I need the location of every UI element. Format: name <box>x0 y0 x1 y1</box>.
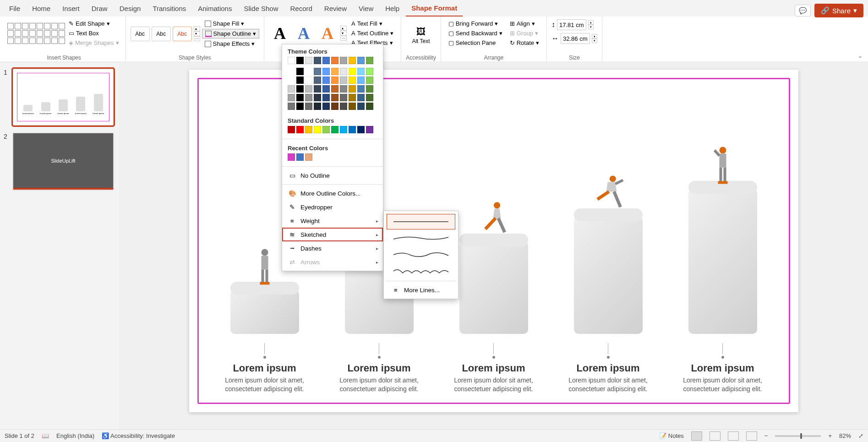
color-swatch[interactable] <box>296 85 304 93</box>
color-swatch[interactable] <box>296 126 304 133</box>
sketched-item[interactable]: ≋Sketched▸ <box>282 228 383 241</box>
gallery-down[interactable]: ▾ <box>194 31 200 36</box>
color-swatch[interactable] <box>288 103 295 110</box>
bring-forward-button[interactable]: ▢ Bring Forward ▾ <box>446 19 505 28</box>
width-input[interactable] <box>561 33 590 44</box>
color-swatch[interactable] <box>340 103 347 110</box>
color-swatch[interactable] <box>366 103 373 110</box>
color-swatch[interactable] <box>305 85 312 93</box>
text-box-button[interactable]: ▭ Text Box <box>67 29 121 38</box>
color-swatch[interactable] <box>305 68 312 75</box>
color-swatch[interactable] <box>357 57 365 64</box>
color-swatch[interactable] <box>305 126 312 133</box>
color-swatch[interactable] <box>305 103 312 110</box>
tab-home[interactable]: Home <box>27 1 56 16</box>
shape-fill-button[interactable]: Shape Fill ▾ <box>202 19 259 28</box>
dashes-item[interactable]: ┅Dashes▸ <box>282 241 383 255</box>
text-outline-button[interactable]: A Text Outline ▾ <box>349 29 396 38</box>
color-swatch[interactable] <box>340 68 347 75</box>
color-swatch[interactable] <box>322 94 330 101</box>
sketch-freehand[interactable] <box>387 247 455 262</box>
color-swatch[interactable] <box>331 126 338 133</box>
rotate-button[interactable]: ↻ Rotate ▾ <box>507 38 542 47</box>
normal-view-button[interactable] <box>691 431 702 441</box>
wa-up[interactable]: ▴ <box>340 26 347 31</box>
color-swatch[interactable] <box>349 76 356 84</box>
eyedropper-item[interactable]: ✎Eyedropper <box>282 200 383 214</box>
color-swatch[interactable] <box>357 76 365 84</box>
slide[interactable]: Lorem ipsum Lorem ipsum dolor sit amet, … <box>189 70 798 412</box>
alt-text-button[interactable]: Alt Text <box>412 38 430 44</box>
text-fill-button[interactable]: A Text Fill ▾ <box>349 19 396 28</box>
color-swatch[interactable] <box>288 76 295 84</box>
tab-animations[interactable]: Animations <box>192 1 237 16</box>
color-swatch[interactable] <box>288 94 295 101</box>
tab-shape-format[interactable]: Shape Format <box>406 0 463 16</box>
color-swatch[interactable] <box>366 85 373 93</box>
color-swatch[interactable] <box>322 126 330 133</box>
color-swatch[interactable] <box>357 103 365 110</box>
color-swatch[interactable] <box>296 103 304 110</box>
height-down[interactable]: ▾ <box>588 25 594 29</box>
color-swatch[interactable] <box>349 85 356 93</box>
shape-outline-button[interactable]: Shape Outline ▾ <box>202 29 259 38</box>
language[interactable]: English (India) <box>56 432 94 439</box>
reading-view-button[interactable] <box>728 431 739 441</box>
color-swatch[interactable] <box>305 153 312 161</box>
color-swatch[interactable] <box>340 94 347 101</box>
spellcheck-icon[interactable]: 📖 <box>42 432 49 439</box>
tab-insert[interactable]: Insert <box>57 1 85 16</box>
sketch-scribble[interactable] <box>387 263 455 279</box>
sorter-view-button[interactable] <box>710 431 721 441</box>
color-swatch[interactable] <box>314 126 321 133</box>
color-swatch[interactable] <box>322 85 330 93</box>
color-swatch[interactable] <box>322 68 330 75</box>
edit-shape-button[interactable]: ✎ Edit Shape ▾ <box>67 19 121 28</box>
wa-down[interactable]: ▾ <box>340 31 347 36</box>
align-button[interactable]: ⊞ Align ▾ <box>507 19 542 28</box>
tab-review[interactable]: Review <box>319 1 352 16</box>
no-outline-item[interactable]: ▭No Outline <box>282 169 383 182</box>
color-swatch[interactable] <box>357 85 365 93</box>
color-swatch[interactable] <box>314 103 321 110</box>
gallery-up[interactable]: ▴ <box>194 26 200 31</box>
color-swatch[interactable] <box>296 94 304 101</box>
color-swatch[interactable] <box>366 94 373 101</box>
color-swatch[interactable] <box>331 103 338 110</box>
color-swatch[interactable] <box>357 68 365 75</box>
color-swatch[interactable] <box>340 85 347 93</box>
notes-button[interactable]: 📝 Notes <box>659 432 684 439</box>
color-swatch[interactable] <box>288 68 295 75</box>
height-input[interactable] <box>557 19 586 30</box>
color-swatch[interactable] <box>331 68 338 75</box>
sketch-straight[interactable] <box>387 214 455 229</box>
zoom-in-button[interactable]: + <box>828 432 832 439</box>
weight-item[interactable]: ≡Weight▸ <box>282 214 383 228</box>
color-swatch[interactable] <box>331 85 338 93</box>
color-swatch[interactable] <box>366 57 373 64</box>
color-swatch[interactable] <box>340 126 347 133</box>
tab-help[interactable]: Help <box>380 1 405 16</box>
comments-button[interactable]: 💬 <box>795 5 811 16</box>
wordart-2[interactable]: A <box>293 22 315 44</box>
color-swatch[interactable] <box>322 103 330 110</box>
color-swatch[interactable] <box>349 103 356 110</box>
width-up[interactable]: ▴ <box>592 34 597 38</box>
shapes-gallery[interactable] <box>7 23 65 44</box>
slide-canvas[interactable]: Lorem ipsum Lorem ipsum dolor sit amet, … <box>119 63 868 429</box>
tab-design[interactable]: Design <box>114 1 147 16</box>
slide-count[interactable]: Slide 1 of 2 <box>5 432 34 439</box>
color-swatch[interactable] <box>296 68 304 75</box>
sketch-curved[interactable] <box>387 230 455 246</box>
color-swatch[interactable] <box>322 57 330 64</box>
color-swatch[interactable] <box>296 76 304 84</box>
color-swatch[interactable] <box>349 94 356 101</box>
color-swatch[interactable] <box>357 94 365 101</box>
color-swatch[interactable] <box>331 94 338 101</box>
collapse-ribbon-button[interactable]: ⌄ <box>858 53 863 59</box>
color-swatch[interactable] <box>357 126 365 133</box>
color-swatch[interactable] <box>322 76 330 84</box>
color-swatch[interactable] <box>288 153 295 161</box>
height-up[interactable]: ▴ <box>588 20 594 25</box>
tab-transitions[interactable]: Transitions <box>147 1 191 16</box>
